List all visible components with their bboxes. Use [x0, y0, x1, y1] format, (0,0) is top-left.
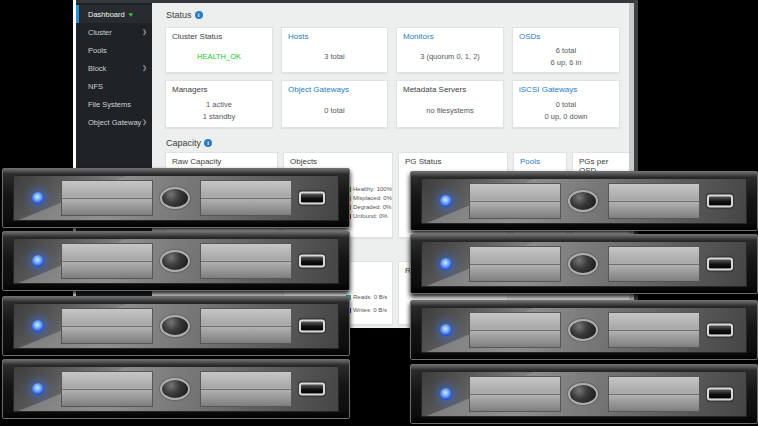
power-button-icon — [160, 187, 190, 209]
power-led-icon — [32, 383, 44, 395]
sidebar-item-label: Object Gateway — [88, 118, 141, 127]
drive-bay-icon — [61, 308, 153, 344]
card-osds: OSDs 6 total6 up, 6 in — [512, 27, 620, 73]
card-body: 3 (quorum 0, 1, 2) — [397, 41, 503, 72]
card-managers: Managers 1 active1 standby — [165, 80, 273, 128]
server-faceplate — [421, 307, 747, 353]
card-value: 1 standby — [203, 112, 236, 121]
card-value: 6 total — [556, 46, 576, 55]
power-led-icon — [32, 255, 44, 267]
server-faceplate — [13, 366, 339, 412]
power-button-icon — [160, 378, 190, 400]
card-value: 0 up, 0 down — [545, 112, 588, 121]
legend-item: Reads: 0 B/s — [346, 294, 387, 300]
status-section-header: Status — [166, 10, 203, 20]
card-value: 0 total — [556, 100, 576, 109]
card-title[interactable]: Hosts — [282, 28, 387, 41]
drive-bay-icon — [469, 312, 561, 348]
power-button-icon — [568, 383, 598, 405]
power-led-icon — [32, 320, 44, 332]
front-port-icon — [707, 388, 733, 401]
sidebar-item-label: Cluster — [88, 28, 112, 37]
card-body: 6 total6 up, 6 in — [513, 41, 619, 72]
card-title[interactable]: iSCSI Gateways — [513, 81, 619, 94]
card-body: 3 total — [282, 41, 387, 72]
card-body: HEALTH_OK — [166, 41, 272, 72]
front-port-icon — [707, 258, 733, 271]
sidebar-item-object-gateway[interactable]: Object Gateway ♥ ❯ — [76, 113, 152, 131]
server-faceplate — [13, 238, 339, 284]
server-rack-unit-3 — [2, 296, 350, 356]
server-rack-unit-7 — [410, 300, 758, 360]
power-led-icon — [440, 324, 452, 336]
card-value: 3 total — [324, 52, 344, 61]
card-title: Raw Capacity — [166, 153, 277, 166]
card-title: Metadata Servers — [397, 81, 503, 94]
sidebar-item-label: Dashboard — [88, 10, 125, 19]
sidebar-item-nfs[interactable]: NFS ♥ ❯ — [76, 77, 152, 95]
sidebar-item-label: NFS — [88, 82, 103, 91]
server-rack-unit-8 — [410, 364, 758, 424]
power-led-icon — [440, 388, 452, 400]
drive-bay-icon — [608, 246, 700, 282]
capacity-section-title: Capacity — [166, 138, 201, 148]
card-title[interactable]: Object Gateways — [282, 81, 387, 94]
power-led-icon — [32, 192, 44, 204]
power-led-icon — [440, 195, 452, 207]
legend-item: Degraded: 0% — [346, 204, 392, 210]
drive-bay-icon — [608, 183, 700, 219]
power-button-icon — [568, 190, 598, 212]
front-port-icon — [299, 383, 325, 396]
card-value: 6 up, 6 in — [551, 58, 582, 67]
card-cluster-status: Cluster Status HEALTH_OK — [165, 27, 273, 73]
server-rack-unit-1 — [2, 168, 350, 228]
drive-bay-icon — [200, 180, 292, 216]
info-icon[interactable] — [204, 139, 212, 147]
sidebar-item-label: Pools — [88, 46, 107, 55]
server-faceplate — [13, 175, 339, 221]
drive-bay-icon — [608, 376, 700, 412]
card-iscsi-gateways: iSCSI Gateways 0 total0 up, 0 down — [512, 80, 620, 128]
card-title[interactable]: Pools — [514, 153, 566, 166]
card-value: 1 active — [206, 100, 232, 109]
power-button-icon — [160, 250, 190, 272]
legend-label: Unfound: 0% — [353, 213, 388, 219]
server-faceplate — [421, 178, 747, 224]
chart-legend: Healthy: 100%Misplaced: 0%Degraded: 0%Un… — [346, 186, 392, 219]
sidebar-item-dashboard[interactable]: Dashboard ♥ ❯ — [76, 5, 152, 23]
front-port-icon — [299, 320, 325, 333]
sidebar-item-label: File Systems — [88, 100, 131, 109]
power-button-icon — [568, 319, 598, 341]
sidebar-item-cluster[interactable]: Cluster ♥ ❯ — [76, 23, 152, 41]
chevron-right-icon: ❯ — [142, 119, 147, 125]
drive-bay-icon — [469, 183, 561, 219]
legend-label: Healthy: 100% — [353, 186, 392, 192]
card-title[interactable]: OSDs — [513, 28, 619, 41]
sidebar-item-block[interactable]: Block ♥ ❯ — [76, 59, 152, 77]
card-title: Objects — [284, 153, 392, 166]
drive-bay-icon — [469, 376, 561, 412]
drive-bay-icon — [61, 180, 153, 216]
info-icon[interactable] — [195, 11, 203, 19]
card-metadata-servers: Metadata Servers no filesystems — [396, 80, 504, 128]
legend-item: Misplaced: 0% — [346, 195, 392, 201]
card-hosts: Hosts 3 total — [281, 27, 388, 73]
card-value: no filesystems — [426, 106, 474, 115]
card-title: Cluster Status — [166, 28, 272, 41]
sidebar-item-pools[interactable]: Pools ♥ ❯ — [76, 41, 152, 59]
power-button-icon — [568, 253, 598, 275]
server-rack-unit-6 — [410, 234, 758, 294]
card-value: 0 total — [324, 106, 344, 115]
power-led-icon — [440, 258, 452, 270]
chevron-right-icon: ❯ — [142, 65, 147, 71]
server-rack-unit-4 — [2, 359, 350, 419]
sidebar-item-file-systems[interactable]: File Systems ♥ ❯ — [76, 95, 152, 113]
status-cards-grid: Cluster Status HEALTH_OK Hosts 3 total M… — [165, 27, 620, 128]
front-port-icon — [299, 255, 325, 268]
card-title[interactable]: Monitors — [397, 28, 503, 41]
card-title: PG Status — [399, 153, 507, 166]
health-ok-icon: ♥ — [129, 11, 133, 18]
front-port-icon — [299, 192, 325, 205]
card-title: Managers — [166, 81, 272, 94]
drive-bay-icon — [200, 243, 292, 279]
